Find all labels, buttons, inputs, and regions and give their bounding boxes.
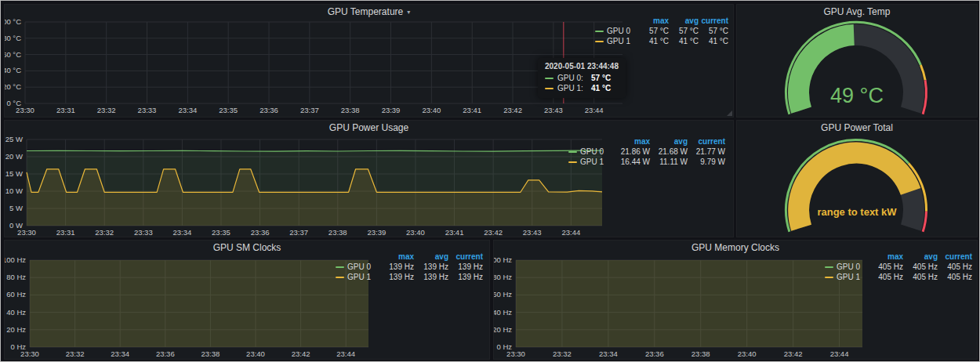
legend-row-gpu1[interactable]: GPU 1 405 Hz 405 Hz 405 Hz: [825, 272, 972, 282]
stat-current: 9.79 W: [688, 157, 725, 167]
series-label: GPU 0: [607, 26, 630, 36]
chevron-down-icon: ▾: [407, 9, 410, 16]
tooltip-series-value: 57 °C: [591, 74, 611, 82]
svg-text:23:42: 23:42: [484, 228, 503, 237]
stat-current: 41 °C: [699, 36, 728, 46]
legend-table: max avg current GPU 0 21.86 W 21.68 W 21…: [568, 136, 725, 167]
chart-tooltip: 2020-05-01 23:44:48 GPU 0: 57 °C GPU 1: …: [538, 58, 626, 98]
stat-avg: 11.11 W: [650, 157, 688, 167]
svg-text:23:41: 23:41: [445, 228, 464, 237]
legend-col-avg[interactable]: avg: [650, 136, 688, 147]
panel-header-gpu-avg-temp[interactable]: GPU Avg. Temp: [737, 5, 977, 19]
panel-gpu-temperature: GPU Temperature ▾ 0 °C20 °C40 °C60 °C80 …: [4, 4, 734, 118]
legend-row-gpu0[interactable]: GPU 0 57 °C 57 °C 57 °C: [595, 26, 728, 36]
tooltip-series-name: GPU 0:: [557, 74, 587, 82]
svg-text:23:37: 23:37: [289, 228, 308, 237]
series-label: GPU 0: [837, 262, 860, 272]
svg-text:23:42: 23:42: [503, 106, 522, 114]
svg-text:23:38: 23:38: [341, 106, 360, 114]
series-marker-gpu1: [595, 41, 604, 42]
stat-avg: 139 Hz: [414, 272, 448, 282]
panel-title: GPU Memory Clocks: [691, 242, 779, 253]
legend-header-row: max avg current: [568, 136, 725, 147]
stat-max: 21.86 W: [612, 147, 650, 157]
panel-header-gpu-temperature[interactable]: GPU Temperature ▾: [5, 5, 733, 19]
svg-text:23:44: 23:44: [830, 349, 849, 358]
stat-avg: 139 Hz: [414, 262, 448, 272]
series-marker-gpu0: [545, 78, 554, 79]
series-label: GPU 1: [607, 36, 630, 46]
svg-text:23:38: 23:38: [328, 228, 347, 237]
legend-col-current[interactable]: current: [688, 136, 725, 147]
svg-text:23:32: 23:32: [553, 349, 572, 358]
stat-max: 41 °C: [639, 36, 669, 46]
svg-text:60 Hz: 60 Hz: [494, 290, 512, 299]
svg-text:23:30: 23:30: [506, 349, 525, 358]
stat-max: 405 Hz: [869, 262, 903, 272]
svg-text:60 Hz: 60 Hz: [6, 290, 26, 299]
panel-header-gpu-memory-clocks[interactable]: GPU Memory Clocks: [494, 241, 977, 255]
svg-text:15 W: 15 W: [5, 169, 23, 178]
svg-text:23:33: 23:33: [138, 106, 157, 114]
series-label: GPU 0: [347, 262, 371, 272]
svg-text:23:30: 23:30: [17, 228, 36, 237]
svg-text:23:42: 23:42: [784, 349, 803, 358]
panel-header-gpu-power-usage[interactable]: GPU Power Usage: [5, 121, 733, 135]
svg-text:5 W: 5 W: [9, 204, 23, 212]
series-marker-gpu1: [336, 277, 344, 278]
legend-row-gpu1[interactable]: GPU 1 16.44 W 11.11 W 9.79 W: [568, 157, 725, 167]
legend-col-max[interactable]: max: [612, 136, 650, 147]
svg-text:100 Hz: 100 Hz: [494, 255, 512, 264]
series-label: GPU 1: [837, 272, 860, 282]
stat-avg: 405 Hz: [903, 272, 938, 282]
stat-current: 139 Hz: [448, 272, 483, 282]
svg-text:23:38: 23:38: [691, 349, 710, 358]
svg-text:23:33: 23:33: [134, 228, 153, 237]
series-label: GPU 0: [580, 147, 604, 157]
gauge-value: range to text kW: [737, 206, 977, 218]
panel-title: GPU SM Clocks: [213, 242, 281, 253]
svg-text:23:36: 23:36: [156, 349, 175, 358]
stat-max: 139 Hz: [379, 272, 414, 282]
panel-header-gpu-power-total[interactable]: GPU Power Total: [737, 121, 977, 135]
svg-text:23:40: 23:40: [246, 349, 265, 358]
svg-text:20 Hz: 20 Hz: [494, 325, 512, 334]
svg-text:23:32: 23:32: [66, 349, 85, 358]
svg-text:20 °C: 20 °C: [5, 82, 21, 91]
svg-text:23:39: 23:39: [367, 228, 386, 237]
svg-text:25 W: 25 W: [5, 135, 23, 143]
gpu-power-total-gauge: [737, 121, 977, 237]
grafana-dashboard: GPU Temperature ▾ 0 °C20 °C40 °C60 °C80 …: [0, 0, 980, 362]
gauge-value: 49 °C: [737, 84, 977, 108]
svg-text:23:44: 23:44: [336, 349, 355, 358]
series-marker-gpu1: [545, 88, 554, 89]
svg-text:23:40: 23:40: [406, 228, 425, 237]
legend-row-gpu1[interactable]: GPU 1 41 °C 41 °C 41 °C: [595, 36, 728, 46]
svg-text:23:39: 23:39: [382, 106, 401, 114]
panel-gpu-avg-temp: GPU Avg. Temp 49 °C: [736, 4, 978, 118]
svg-text:23:43: 23:43: [523, 228, 542, 237]
series-label: GPU 1: [580, 157, 604, 167]
tooltip-row-gpu1: GPU 1: 41 °C: [545, 83, 619, 93]
legend-row-gpu0[interactable]: GPU 0 139 Hz 139 Hz 139 Hz: [336, 262, 483, 272]
panel-title: GPU Power Total: [821, 122, 893, 133]
legend-row-gpu1[interactable]: GPU 1 139 Hz 139 Hz 139 Hz: [336, 272, 483, 282]
svg-text:23:44: 23:44: [561, 228, 580, 237]
panel-header-gpu-sm-clocks[interactable]: GPU SM Clocks: [5, 241, 489, 255]
stat-current: 57 °C: [699, 26, 728, 36]
legend-row-gpu0[interactable]: GPU 0 405 Hz 405 Hz 405 Hz: [825, 262, 972, 272]
stat-max: 139 Hz: [379, 262, 414, 272]
legend-row-gpu0[interactable]: GPU 0 21.86 W 21.68 W 21.77 W: [568, 147, 725, 157]
series-marker-gpu0: [825, 266, 833, 268]
stat-current: 405 Hz: [938, 272, 972, 282]
svg-text:10 W: 10 W: [5, 186, 23, 195]
svg-text:40 Hz: 40 Hz: [6, 308, 26, 317]
panel-gpu-memory-clocks: GPU Memory Clocks 0 Hz20 Hz40 Hz60 Hz80 …: [493, 240, 978, 360]
panel-resize-handle[interactable]: [727, 110, 732, 116]
legend-table: max avg current GPU 0 57 °C 57 °C 57 °C …: [595, 16, 728, 46]
svg-text:60 °C: 60 °C: [5, 50, 21, 59]
stat-max: 16.44 W: [612, 157, 650, 167]
svg-text:23:41: 23:41: [463, 106, 481, 114]
stat-current: 405 Hz: [938, 262, 972, 272]
stat-avg: 21.68 W: [650, 147, 688, 157]
